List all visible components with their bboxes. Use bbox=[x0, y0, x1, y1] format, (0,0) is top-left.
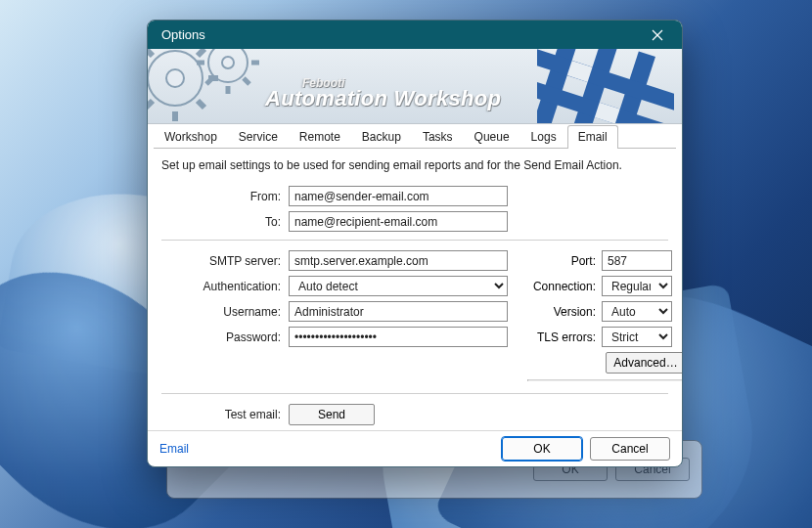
to-field[interactable] bbox=[289, 211, 508, 232]
port-field[interactable] bbox=[602, 250, 672, 271]
advanced-button[interactable]: Advanced… bbox=[606, 352, 683, 374]
panel-description: Set up email settings to be used for sen… bbox=[161, 158, 668, 172]
password-label: Password: bbox=[161, 330, 289, 344]
svg-line-10 bbox=[198, 49, 204, 56]
to-label: To: bbox=[161, 215, 289, 229]
close-icon bbox=[652, 29, 663, 41]
options-dialog: Options bbox=[147, 20, 683, 467]
svg-line-21 bbox=[206, 78, 212, 84]
ok-button[interactable]: OK bbox=[502, 437, 582, 461]
tabstrip: Workshop Service Remote Backup Tasks Que… bbox=[148, 125, 682, 149]
send-test-button[interactable]: Send bbox=[289, 404, 375, 425]
svg-point-3 bbox=[166, 69, 184, 87]
tab-service[interactable]: Service bbox=[228, 125, 289, 149]
from-label: From: bbox=[161, 190, 289, 203]
help-link-email[interactable]: Email bbox=[159, 442, 189, 456]
tab-logs[interactable]: Logs bbox=[520, 125, 567, 149]
tab-queue[interactable]: Queue bbox=[464, 125, 520, 149]
gears-icon bbox=[148, 49, 285, 124]
svg-line-9 bbox=[198, 101, 204, 108]
titlebar: Options bbox=[148, 21, 682, 49]
svg-rect-28 bbox=[595, 103, 620, 124]
port-label: Port: bbox=[527, 254, 602, 268]
svg-line-11 bbox=[148, 101, 153, 108]
banner-decoration-icon bbox=[537, 49, 674, 124]
smtp-label: SMTP server: bbox=[161, 254, 289, 268]
tab-workshop[interactable]: Workshop bbox=[154, 125, 228, 149]
tls-label: TLS errors: bbox=[527, 330, 602, 344]
tls-errors-select[interactable]: Strict bbox=[602, 327, 672, 347]
auth-label: Authentication: bbox=[161, 280, 289, 293]
tab-backup[interactable]: Backup bbox=[351, 125, 412, 149]
username-field[interactable] bbox=[289, 301, 508, 322]
version-label: Version: bbox=[527, 305, 602, 319]
from-field[interactable] bbox=[289, 186, 508, 206]
username-label: Username: bbox=[161, 305, 289, 319]
tab-tasks[interactable]: Tasks bbox=[412, 125, 464, 149]
tab-remote[interactable]: Remote bbox=[289, 125, 351, 149]
cancel-button[interactable]: Cancel bbox=[590, 437, 670, 461]
dialog-footer: Email OK Cancel bbox=[148, 430, 682, 466]
smtp-server-field[interactable] bbox=[289, 250, 508, 271]
svg-line-19 bbox=[244, 78, 249, 84]
tab-email[interactable]: Email bbox=[567, 125, 618, 149]
svg-rect-27 bbox=[567, 61, 593, 82]
password-field[interactable] bbox=[289, 327, 508, 347]
banner: Febooti Automation Workshop bbox=[148, 49, 682, 124]
connection-label: Connection: bbox=[527, 280, 602, 293]
brand-product: Automation Workshop bbox=[265, 86, 501, 111]
version-select[interactable]: Auto bbox=[602, 301, 672, 322]
svg-point-13 bbox=[222, 57, 234, 68]
authentication-select[interactable]: Auto detect bbox=[289, 276, 508, 296]
window-title: Options bbox=[161, 27, 643, 42]
test-email-label: Test email: bbox=[161, 408, 289, 421]
tab-panel-email: Set up email settings to be used for sen… bbox=[154, 148, 676, 430]
close-button[interactable] bbox=[643, 25, 672, 45]
connection-select[interactable]: Regular bbox=[602, 276, 672, 296]
svg-line-8 bbox=[148, 49, 153, 56]
